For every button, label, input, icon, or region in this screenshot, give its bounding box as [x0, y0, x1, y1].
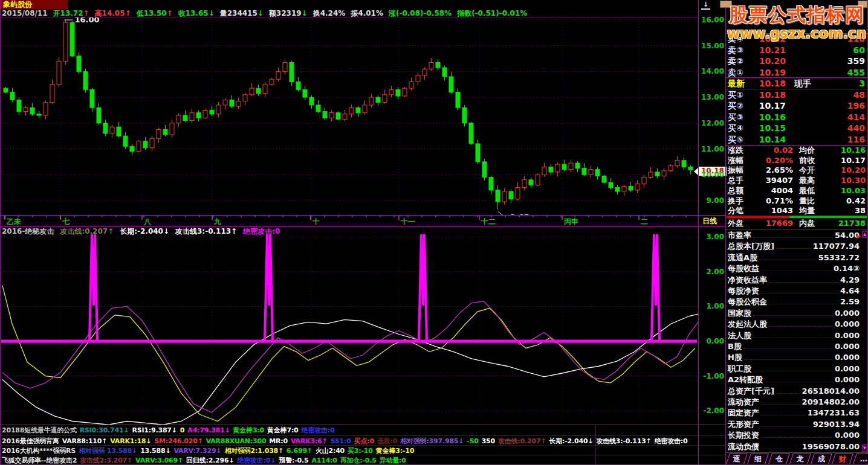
stat-label: 今开: [793, 165, 817, 176]
bid-row-3[interactable]: 买③10.16414: [725, 112, 868, 123]
quote-price: 10.14: [751, 134, 786, 146]
scroll-up-icon[interactable]: ▲: [862, 231, 867, 238]
formula-value: 飞狐交易师率--绝密攻击2: [2, 455, 77, 465]
quote-level-label: 买①: [725, 89, 751, 101]
bid-row-5[interactable]: 买⑤10.14116: [725, 134, 868, 146]
ask-row-3[interactable]: 卖③10.2160: [725, 45, 868, 56]
fundamental-value: 0.000: [835, 330, 863, 341]
ask-row-2[interactable]: 卖②10.20359: [725, 56, 868, 67]
stat-label: 均价: [793, 146, 817, 156]
formula-value: VAR88XUAN:300: [206, 436, 267, 446]
stat-label: 涨幅: [725, 156, 747, 166]
indicator-chart[interactable]: [0, 226, 698, 425]
stat-value: 0.42: [817, 196, 868, 207]
indicator-header[interactable]: 2016-绝秘攻击攻击线:0.207↑长期:-2.040↓攻击线3:-0.113…: [2, 228, 280, 236]
quote-volume: 118: [786, 33, 868, 45]
fundamental-value: 929013.94: [813, 419, 863, 430]
formula-value: VARK3:6↑: [291, 436, 328, 446]
formula-status-line-1[interactable]: 20188短线最牛逼的公式RSI0:30.741↓RSI1:9.387↓0A4:…: [0, 425, 725, 435]
sidebar-tab-成[interactable]: 成: [811, 454, 832, 464]
fundamental-label: 流通A股: [725, 252, 757, 263]
stat-label: 分笔: [725, 206, 747, 216]
row-marker-icon: ▶: [857, 233, 861, 239]
fundamental-label: 净资收益率: [725, 275, 767, 286]
sidebar-tab-龙[interactable]: 龙: [789, 454, 811, 464]
fundamental-label: 发起法人股: [725, 319, 767, 330]
sidebar-tab-…[interactable]: …: [853, 454, 868, 464]
stat-label: 量比: [793, 196, 817, 207]
formula-status-line-2[interactable]: 2016最佳强弱背离VAR88:110↑VARK1:18↓SM:246.020↑…: [0, 435, 725, 446]
stat-row-1: 涨幅0.20%前收10.17: [725, 156, 868, 166]
sidebar-tab-细[interactable]: 细: [747, 454, 769, 464]
formula-value: 黄金棒3:-10: [376, 446, 414, 455]
quote-price: 10.20: [751, 56, 786, 67]
quote-level-label: 买④: [725, 123, 751, 134]
stat-value: 2.65%: [747, 165, 793, 176]
dotted-leader: [753, 338, 833, 338]
window-button[interactable]: [858, 1, 867, 8]
dotted-leader: [776, 393, 800, 394]
formula-value: SM:246.020↑: [154, 436, 202, 446]
formula-value: 再加仓:-0.5: [340, 455, 377, 465]
formula-value: 选股:0: [377, 436, 397, 446]
stat-row-6: 分笔1043均量38: [725, 206, 868, 216]
ask-row-4[interactable]: 卖④10.22118: [725, 33, 868, 45]
fundamental-label: 每股公积金: [725, 297, 767, 307]
latest-price-row[interactable]: 最新10.18现手3: [725, 78, 868, 89]
stat-label: 外盘: [725, 219, 747, 229]
bid-row-2[interactable]: 买②10.17196: [725, 100, 868, 112]
sidebar-tab-财[interactable]: 财: [832, 454, 853, 464]
quote-sidebar: 卖④10.22118卖③10.2160卖②10.20359卖①10.19455最…: [725, 0, 868, 465]
fundamental-row: 总资产[千元]26518014.00: [725, 386, 863, 397]
sidebar-tab-仓[interactable]: 仓: [768, 454, 790, 464]
panel-header-button[interactable]: [720, 1, 732, 8]
formula-value: 买3:-10: [348, 446, 373, 455]
formula-status-line-3[interactable]: 2016大机构****强弱RS相对强弱 13.588↓13.588↓VARV:7…: [0, 445, 725, 455]
dotted-leader: [765, 382, 833, 382]
dotted-leader: [761, 293, 838, 293]
price-axis-tick: 13.00: [699, 93, 724, 101]
outer-inner-volume-bar: [727, 216, 867, 218]
dotted-leader: [769, 326, 833, 327]
fundamental-value: 117077.94: [813, 241, 863, 252]
fundamental-value: 0.000: [835, 374, 863, 385]
formula-value: VARV:3.069↑: [135, 455, 183, 465]
stat-value: 4004: [747, 186, 793, 196]
dotted-leader: [761, 426, 811, 427]
fundamental-value: 0.000: [835, 319, 863, 330]
sidebar-tab-label: 成: [818, 454, 825, 464]
trend-arrow-icon: ↓: [302, 9, 308, 18]
formula-value: 2016最佳强弱背离: [2, 436, 59, 446]
formula-value: VAR88:110↑: [62, 436, 108, 446]
quote-level-label: 卖②: [725, 56, 751, 67]
sidebar-tab-逐[interactable]: 逐: [726, 454, 748, 464]
outer-volume-bar: [727, 216, 789, 218]
formula-status-line-4[interactable]: 飞狐交易师率--绝密攻击2攻击线2:3.207↑VARV:3.069↑回归线:2…: [0, 455, 725, 465]
download-icon[interactable]: ↓: [701, 1, 710, 10]
candlestick-chart[interactable]: 16.008.65: [0, 17, 698, 215]
fundamental-label: B股: [725, 341, 742, 352]
fundamental-row: 每股公积金2.59: [725, 297, 863, 307]
scroll-down-icon[interactable]: ▼: [862, 444, 867, 452]
quote-price: 10.16: [751, 112, 786, 123]
fundamental-label: 每股净资: [725, 286, 759, 297]
fundamental-row: A2转配股0.000: [725, 374, 863, 385]
stat-value: 10.16: [817, 146, 868, 156]
quote-level-label: 买②: [725, 100, 751, 112]
price-axis-tick: 15.00: [699, 42, 724, 50]
formula-value: 6.699↑: [287, 446, 313, 455]
ask-row-1[interactable]: 卖①10.19455: [725, 67, 868, 79]
quote-volume: 48: [786, 89, 868, 101]
formula-value: VARV:7.329↓: [173, 446, 221, 455]
indicator-header-item: 攻击线:0.207↑: [60, 228, 114, 236]
fundamental-label: 流动资产: [725, 397, 759, 408]
bid-row-4[interactable]: 买④10.15440: [725, 123, 868, 134]
formula-value: 异动量:0: [380, 455, 406, 465]
fundamental-label: 长期投资: [725, 430, 759, 441]
bid-row-1[interactable]: 买①10.1848: [725, 89, 868, 101]
quote-info-field: 指数(-0.51)-0.01%: [457, 9, 527, 18]
quote-info-field: 换4.24%: [313, 9, 346, 18]
period-selector[interactable]: 日线: [702, 216, 717, 226]
fundamental-row: 每股收益0.14③: [725, 263, 863, 274]
fundamental-value: 0.000: [835, 364, 863, 374]
